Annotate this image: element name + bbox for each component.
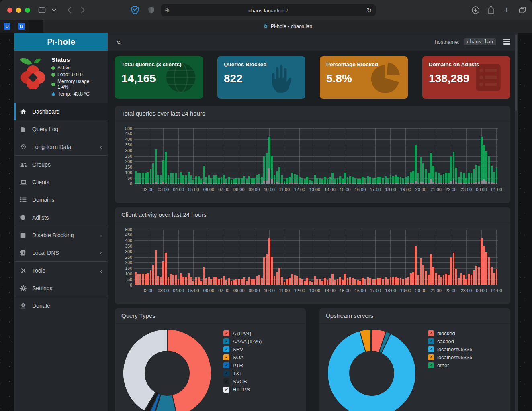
hamburger-menu-button[interactable] xyxy=(501,36,513,48)
legend-item-txt[interactable]: ✓TXT xyxy=(223,369,262,377)
sidebar-collapse-button[interactable]: « xyxy=(117,38,121,46)
sidebar-item-donate[interactable]: $Donate xyxy=(14,297,108,315)
summary-card-queries-blocked[interactable]: Queries Blocked822 xyxy=(217,56,305,99)
window-minimize-button[interactable] xyxy=(16,8,21,13)
query-types-donut[interactable] xyxy=(121,327,214,411)
legend-item-blocked[interactable]: ✓blocked xyxy=(428,329,472,337)
reload-icon[interactable]: ↻ xyxy=(366,7,372,14)
legend-label: blocked xyxy=(437,330,455,336)
legend-checkbox[interactable]: ✓ xyxy=(428,338,434,344)
summary-card-domains-on-adlists[interactable]: Domains on Adlists138,289 xyxy=(422,56,510,99)
legend-checkbox[interactable]: ✓ xyxy=(223,346,229,352)
legend-item-cached[interactable]: ✓cached xyxy=(428,337,472,345)
new-tab-button[interactable]: + xyxy=(502,5,512,15)
vpn-shield-icon[interactable] xyxy=(130,5,140,15)
upstream-servers-donut[interactable] xyxy=(325,327,418,411)
legend-item-other[interactable]: ✓other xyxy=(428,361,472,369)
legend-label: localhost#5335 xyxy=(437,354,472,360)
sidebar-item-label: Groups xyxy=(32,161,51,168)
sidebar-toggle-icon[interactable] xyxy=(37,5,47,15)
sidebar-item-tools[interactable]: Tools‹ xyxy=(14,262,108,279)
legend-checkbox[interactable]: ✓ xyxy=(223,354,229,360)
chevron-left-icon: ‹ xyxy=(100,143,102,150)
svg-text:03:00: 03:00 xyxy=(158,288,169,293)
shield-icon xyxy=(20,214,28,221)
svg-text:02:00: 02:00 xyxy=(143,187,154,192)
file-icon xyxy=(20,126,28,132)
sidebar-item-adlists[interactable]: Adlists xyxy=(14,209,108,226)
svg-text:250: 250 xyxy=(125,154,132,159)
summary-card-total-queries-3-clients-[interactable]: Total queries (3 clients)14,165 xyxy=(115,56,203,99)
pinned-tabs: UU xyxy=(0,20,43,33)
svg-text:16:00: 16:00 xyxy=(355,288,366,293)
svg-text:$: $ xyxy=(23,304,24,307)
address-book-icon xyxy=(20,250,28,256)
legend-checkbox[interactable]: ✓ xyxy=(223,378,229,385)
legend-checkbox[interactable]: ✓ xyxy=(223,330,229,336)
svg-text:350: 350 xyxy=(125,244,132,248)
summary-card-percentage-blocked[interactable]: Percentage Blocked5.8% xyxy=(320,56,408,99)
svg-text:150: 150 xyxy=(125,266,132,271)
scrollbar-thumb[interactable] xyxy=(515,35,517,111)
share-icon[interactable] xyxy=(486,5,496,15)
window-close-button[interactable] xyxy=(7,8,12,13)
legend-item-soa[interactable]: ✓SOA xyxy=(223,353,262,361)
sidebar-item-long-term-data[interactable]: Long-term Data‹ xyxy=(14,138,108,156)
sidebar-item-domains[interactable]: Domains xyxy=(14,191,108,209)
tab-overview-icon[interactable] xyxy=(518,5,527,15)
legend-checkbox[interactable]: ✓ xyxy=(223,370,229,376)
page-settings-icon[interactable]: ⊕ xyxy=(165,7,170,14)
svg-text:11:00: 11:00 xyxy=(279,288,290,293)
upstream-servers-panel: Upstream servers ✓blocked✓cached✓localho… xyxy=(319,308,510,411)
forward-button[interactable] xyxy=(78,5,88,15)
legend-label: localhost#5335 xyxy=(437,346,472,352)
chevron-down-icon[interactable] xyxy=(51,5,57,15)
legend-checkbox[interactable]: ✓ xyxy=(428,346,434,352)
downloads-icon[interactable] xyxy=(471,5,480,15)
svg-text:13:00: 13:00 xyxy=(309,187,321,192)
client-activity-chart[interactable]: 05010015020025030035040045050002:0003:00… xyxy=(115,222,510,303)
legend-checkbox[interactable]: ✓ xyxy=(223,362,229,368)
active-tab[interactable]: Pi-hole - chaos.lan xyxy=(43,20,532,33)
legend-checkbox[interactable]: ✓ xyxy=(428,362,434,368)
legend-checkbox[interactable]: ✓ xyxy=(223,338,229,344)
legend-checkbox[interactable]: ✓ xyxy=(428,354,434,360)
window-zoom-button[interactable] xyxy=(25,8,30,13)
legend-item-a-ipv4-[interactable]: ✓A (IPv4) xyxy=(223,329,262,337)
total-queries-chart[interactable]: 05010015020025030035040045050002:0003:00… xyxy=(115,121,510,201)
back-button[interactable] xyxy=(64,5,74,15)
sidebar-item-settings[interactable]: Settings xyxy=(14,279,108,297)
client-activity-panel: Client activity over last 24 hours 05010… xyxy=(115,207,510,304)
sidebar-item-dashboard[interactable]: Dashboard xyxy=(14,103,108,120)
svg-text:00:00: 00:00 xyxy=(476,187,487,192)
sidebar-item-groups[interactable]: Groups xyxy=(14,156,108,173)
url-bar[interactable]: ⊕ chaos.lan/admin/ ↻ xyxy=(161,4,376,16)
laptop-icon xyxy=(20,179,28,185)
sidebar-item-local-dns[interactable]: Local DNS‹ xyxy=(14,244,108,262)
sidebar-item-query-log[interactable]: Query Log xyxy=(14,120,108,138)
sidebar: Pi-hole Status xyxy=(14,33,108,411)
sidebar-item-disable-blocking[interactable]: Disable Blocking‹ xyxy=(14,226,108,244)
svg-text:450: 450 xyxy=(125,232,132,237)
legend-item-ptr[interactable]: ✓PTR xyxy=(223,361,262,369)
svg-text:04:00: 04:00 xyxy=(173,187,184,192)
status-dot xyxy=(51,66,55,70)
page-scrollbar[interactable] xyxy=(515,33,518,411)
sidebar-item-label: Long-term Data xyxy=(32,144,71,150)
legend-checkbox[interactable]: ✓ xyxy=(428,330,434,336)
legend-checkbox[interactable]: ✓ xyxy=(223,387,229,393)
legend-item-localhost-5335[interactable]: ✓localhost#5335 xyxy=(428,353,472,361)
legend-item-aaaa-ipv6-[interactable]: ✓AAAA (IPv6) xyxy=(223,337,262,345)
pinned-tab[interactable]: U xyxy=(0,20,14,33)
legend-item-svcb[interactable]: ✓SVCB xyxy=(223,377,262,385)
sidebar-item-label: Adlists xyxy=(32,214,49,221)
legend-item-https[interactable]: ✓HTTPS xyxy=(223,385,262,393)
pinned-tab[interactable]: U xyxy=(14,20,29,33)
svg-text:12:00: 12:00 xyxy=(294,187,305,192)
pinned-tab-active[interactable] xyxy=(29,20,43,33)
legend-item-srv[interactable]: ✓SRV xyxy=(223,345,262,353)
legend-item-localhost-5335[interactable]: ✓localhost#5335 xyxy=(428,345,472,353)
sidebar-item-clients[interactable]: Clients xyxy=(14,173,108,191)
privacy-shield-icon[interactable] xyxy=(146,5,156,15)
svg-text:05:00: 05:00 xyxy=(188,288,199,293)
